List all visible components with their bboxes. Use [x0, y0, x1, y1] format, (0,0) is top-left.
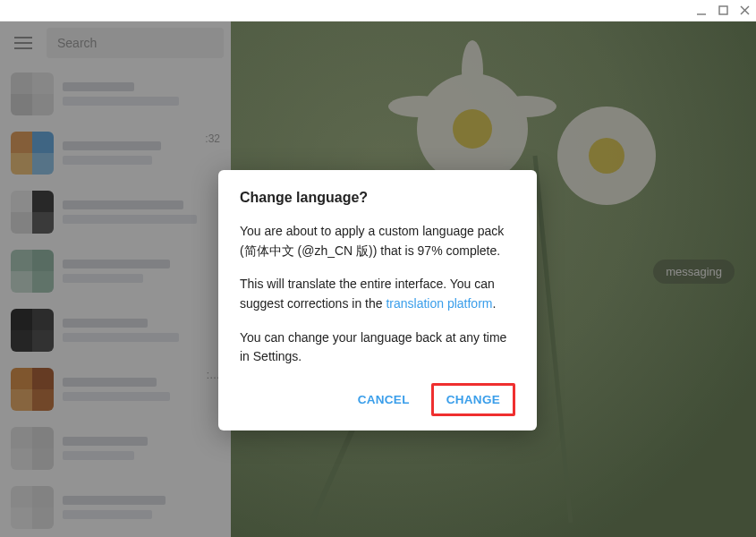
avatar	[11, 132, 54, 175]
svg-point-18	[496, 96, 556, 117]
avatar	[11, 250, 54, 293]
chat-item[interactable]	[0, 301, 231, 360]
highlight-annotation: CHANGE	[431, 383, 515, 416]
window-minimize-button[interactable]	[695, 4, 708, 17]
dialog-text: .	[492, 296, 496, 311]
translation-platform-link[interactable]: translation platform	[386, 296, 492, 311]
chat-item[interactable]: :…	[0, 360, 231, 419]
dialog-title: Change language?	[240, 190, 515, 206]
avatar	[11, 427, 54, 470]
window-close-button[interactable]	[738, 4, 751, 17]
window-titlebar	[0, 0, 756, 21]
chat-item[interactable]	[0, 242, 231, 301]
chat-item[interactable]	[0, 64, 231, 124]
chat-item[interactable]	[0, 419, 231, 478]
dialog-paragraph: You can change your language back at any…	[240, 328, 515, 367]
dialog-actions: CANCEL CHANGE	[240, 383, 515, 416]
svg-point-11	[453, 109, 492, 149]
avatar	[11, 486, 54, 529]
change-button[interactable]: CHANGE	[434, 386, 513, 413]
dialog-paragraph: You are about to apply a custom language…	[240, 222, 515, 260]
svg-point-16	[462, 40, 483, 101]
chat-list[interactable]: :32 :…	[0, 64, 231, 537]
svg-rect-1	[719, 6, 727, 14]
dialog-paragraph: This will translate the entire interface…	[240, 275, 515, 313]
svg-point-15	[589, 138, 624, 174]
avatar	[11, 368, 54, 411]
svg-point-17	[388, 96, 449, 117]
search-input[interactable]	[57, 36, 213, 50]
avatar	[11, 191, 54, 234]
avatar	[11, 309, 54, 352]
sidebar-header	[0, 21, 231, 64]
chat-time: :32	[205, 132, 220, 145]
hamburger-icon	[14, 36, 32, 50]
menu-button[interactable]	[7, 27, 39, 59]
messaging-pill: messaging	[653, 260, 735, 284]
sidebar: :32 :…	[0, 21, 231, 537]
avatar	[11, 72, 54, 115]
change-language-dialog: Change language? You are about to apply …	[218, 170, 537, 430]
chat-item[interactable]: :32	[0, 124, 231, 183]
chat-item[interactable]	[0, 478, 231, 537]
search-field[interactable]	[47, 28, 224, 58]
window-maximize-button[interactable]	[717, 4, 729, 17]
chat-item[interactable]	[0, 183, 231, 242]
cancel-button[interactable]: CANCEL	[344, 383, 424, 416]
